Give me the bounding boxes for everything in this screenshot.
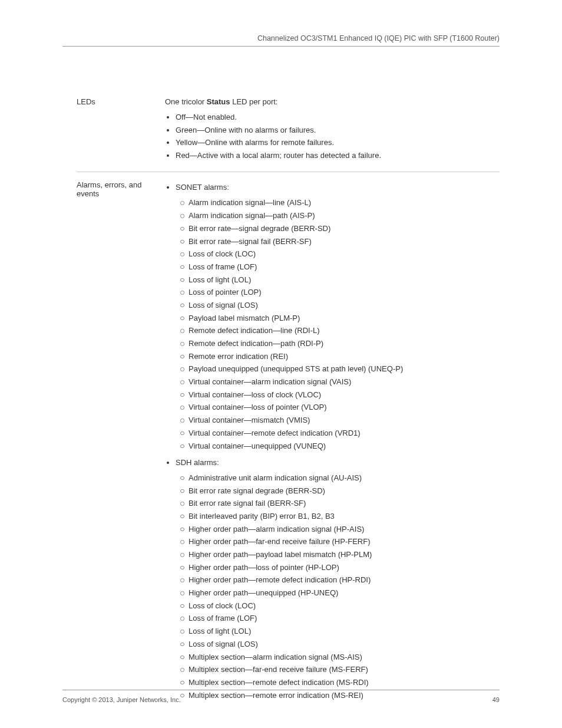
list-item: Remote defect indication—line (RDI-L) [189,325,500,336]
list-item: Loss of pointer (LOP) [189,287,500,298]
list-item: Loss of frame (LOF) [189,613,500,624]
group-title: SONET alarms: [176,183,229,192]
list-item: Higher order path—payload label mismatch… [189,549,500,560]
list-item: Loss of light (LOL) [189,275,500,285]
footer-divider [62,690,500,690]
list-item: SONET alarms: Alarm indication signal—li… [176,182,500,451]
list-item: Loss of signal (LOS) [189,300,500,311]
list-item: Remote error indication (REI) [189,351,500,362]
list-item: Alarm indication signal—path (AIS-P) [189,210,500,221]
list-item: Bit interleaved parity (BIP) error B1, B… [189,511,500,522]
list-item: Virtual container—loss of pointer (VLOP) [189,402,500,413]
list-item: Loss of signal (LOS) [189,639,500,650]
list-item: Higher order path—far-end receive failur… [189,536,500,547]
content-table: LEDs One tricolor Status LED per port: O… [77,97,500,711]
list-item: Remote defect indication—path (RDI-P) [189,338,500,349]
list-item: Multiplex section—alarm indication signa… [189,652,500,663]
text-bold: Status [207,97,230,106]
list-item: Red—Active with a local alarm; router ha… [176,150,500,161]
running-header: Channelized OC3/STM1 Enhanced IQ (IQE) P… [257,34,500,42]
list-item: Virtual container—loss of clock (VLOC) [189,390,500,400]
list-item: Bit error rate signal degrade (BERR-SD) [189,486,500,496]
page-number: 49 [492,696,500,703]
list-item: Loss of light (LOL) [189,626,500,637]
sub-list: Alarm indication signal—line (AIS-L) Ala… [176,197,500,451]
list-item: Yellow—Online with alarms for remote fai… [176,137,500,148]
list-item: Alarm indication signal—line (AIS-L) [189,197,500,208]
list-item: Higher order path—alarm indication signa… [189,524,500,535]
row-label: LEDs [77,97,165,106]
sub-list: Administrative unit alarm indication sig… [176,473,500,701]
group-title: SDH alarms: [176,458,219,467]
copyright-text: Copyright © 2013, Juniper Networks, Inc. [62,696,181,703]
list-item: Bit error rate—signal degrade (BERR-SD) [189,223,500,234]
list-item: Loss of clock (LOC) [189,249,500,259]
list-item: Multiplex section—far-end receive failur… [189,664,500,675]
list-item: Administrative unit alarm indication sig… [189,473,500,483]
bullet-list: SONET alarms: Alarm indication signal—li… [165,182,500,701]
table-row: LEDs One tricolor Status LED per port: O… [77,97,500,172]
list-item: Loss of clock (LOC) [189,601,500,611]
list-item: Off—Not enabled. [176,112,500,123]
list-item: Virtual container—alarm indication signa… [189,377,500,387]
list-item: Virtual container—mismatch (VMIS) [189,415,500,426]
row-label: Alarms, errors, and events [77,180,165,198]
list-item: Bit error rate signal fail (BERR-SF) [189,498,500,509]
list-item: Green—Online with no alarms or failures. [176,125,500,136]
list-item: Payload unequipped (unequipped STS at pa… [189,364,500,374]
list-item: Multiplex section—remote defect indicati… [189,677,500,688]
list-item: Virtual container—remote defect indicati… [189,428,500,439]
bullet-list: Off—Not enabled. Green—Online with no al… [165,112,500,161]
list-item: SDH alarms: Administrative unit alarm in… [176,457,500,701]
list-item: Virtual container—unequipped (VUNEQ) [189,441,500,452]
list-item: Bit error rate—signal fail (BERR-SF) [189,236,500,247]
text-span: LED per port: [230,97,278,106]
list-item: Payload label mismatch (PLM-P) [189,313,500,324]
intro-text: One tricolor Status LED per port: [165,97,500,106]
list-item: Higher order path—loss of pointer (HP-LO… [189,562,500,573]
text-span: One tricolor [165,97,207,106]
row-value: One tricolor Status LED per port: Off—No… [165,97,500,163]
row-value: SONET alarms: Alarm indication signal—li… [165,180,500,703]
page-footer: Copyright © 2013, Juniper Networks, Inc.… [62,696,500,703]
list-item: Higher order path—remote defect indicati… [189,575,500,585]
header-divider [62,46,500,47]
list-item: Higher order path—unequipped (HP-UNEQ) [189,588,500,598]
table-row: Alarms, errors, and events SONET alarms:… [77,172,500,711]
list-item: Loss of frame (LOF) [189,262,500,272]
